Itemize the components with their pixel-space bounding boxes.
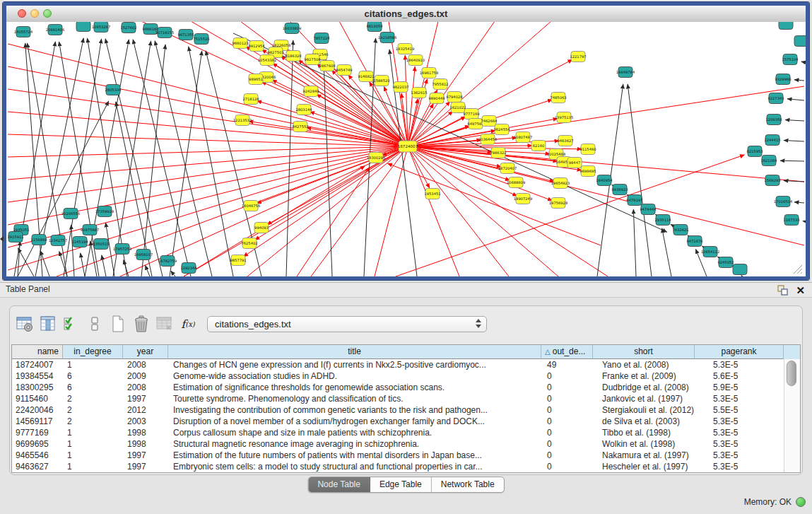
- graph-edge[interactable]: [633, 209, 636, 276]
- graph-edge[interactable]: [375, 146, 408, 276]
- graph-node-label: 9777169: [463, 112, 479, 116]
- show-columns-button[interactable]: [39, 315, 57, 333]
- memory-ok-icon[interactable]: [796, 497, 806, 507]
- graph-edge[interactable]: [317, 94, 408, 146]
- table-row[interactable]: 946554611997Estimation of the future num…: [12, 450, 784, 461]
- graph-node-label: 18226058: [272, 43, 290, 47]
- graph-node-label: 1527602: [120, 25, 136, 30]
- column-header-name[interactable]: name: [12, 345, 63, 359]
- column-header-short[interactable]: short: [593, 345, 695, 359]
- tab-network-table[interactable]: Network Table: [432, 477, 504, 492]
- zoom-window-button[interactable]: [43, 9, 52, 18]
- scrollbar-thumb[interactable]: [787, 361, 796, 386]
- table-row[interactable]: 2242004622012Investigating the contribut…: [12, 404, 784, 416]
- table-row[interactable]: 977716911998Corpus callosum shape and si…: [12, 427, 784, 438]
- graph-edge[interactable]: [408, 146, 804, 245]
- table-options-button[interactable]: [16, 315, 34, 333]
- tab-node-table[interactable]: Node Table: [308, 477, 370, 492]
- graph-edge[interactable]: [408, 146, 558, 276]
- graph-edge[interactable]: [8, 146, 408, 247]
- graph-edge[interactable]: [286, 40, 293, 276]
- graph-node[interactable]: [794, 36, 806, 47]
- cell: 5.3E-5: [695, 450, 784, 461]
- graph-edge[interactable]: [741, 275, 742, 276]
- table-row[interactable]: 1872400712008Changes of HCN gene express…: [12, 359, 784, 370]
- graph-edge[interactable]: [784, 140, 804, 141]
- column-header-label: short: [634, 346, 653, 356]
- float-panel-icon[interactable]: [777, 285, 788, 296]
- graph-edge[interactable]: [794, 80, 804, 81]
- graph-edge[interactable]: [184, 146, 408, 276]
- graph-edge[interactable]: [787, 99, 804, 100]
- tab-edge-table[interactable]: Edge Table: [370, 477, 432, 492]
- cell: Disruption of a novel member of a sodium…: [168, 416, 541, 427]
- graph-edge[interactable]: [794, 202, 804, 203]
- table-row[interactable]: 1456911722003Disruption of a novel membe…: [12, 416, 784, 427]
- network-canvas[interactable]: 9660123891295418226058982750318115468186…: [6, 22, 806, 276]
- graph-edge[interactable]: [785, 119, 804, 121]
- close-panel-icon[interactable]: ✕: [796, 283, 805, 298]
- graph-edge[interactable]: [408, 138, 517, 146]
- table-header-row: namein_degreeyeartitle△out_de...shortpag…: [12, 345, 800, 359]
- column-header-label: year: [137, 346, 153, 356]
- graph-node[interactable]: [76, 22, 90, 32]
- sort-ascending-icon: △: [545, 348, 551, 356]
- table-row[interactable]: 946362711997Embryonic stem cells: a mode…: [12, 461, 784, 472]
- column-header-title[interactable]: title: [168, 345, 541, 359]
- column-header-pagerank[interactable]: pagerank: [695, 345, 784, 359]
- table-scrollbar[interactable]: [784, 359, 800, 472]
- column-header-outde[interactable]: △out_de...: [541, 345, 593, 359]
- graph-edge[interactable]: [155, 41, 212, 276]
- window-titlebar[interactable]: citations_edges.txt: [6, 6, 806, 23]
- cell: Tourette syndrome. Phenomenology and cla…: [168, 393, 541, 404]
- table-selector-value: citations_edges.txt: [215, 319, 291, 329]
- function-builder-button[interactable]: f(x): [179, 315, 197, 333]
- table-row[interactable]: 911546021997Tourette syndrome. Phenomeno…: [12, 393, 784, 404]
- graph-node-label: 16033809: [283, 26, 301, 30]
- graph-edge[interactable]: [780, 160, 804, 161]
- table-selector-dropdown[interactable]: citations_edges.txt: [207, 316, 487, 332]
- graph-node-label: 1221797: [570, 54, 586, 59]
- graph-edge[interactable]: [396, 155, 745, 276]
- select-rows-button[interactable]: [62, 315, 81, 333]
- window-title: citations_edges.txt: [365, 8, 448, 19]
- cell: 0: [541, 404, 593, 416]
- graph-edge[interactable]: [133, 40, 191, 276]
- table-row[interactable]: 1830029562008Estimation of significance …: [12, 382, 784, 393]
- create-column-button[interactable]: [109, 315, 127, 333]
- graph-edge[interactable]: [387, 163, 601, 245]
- graph-edge[interactable]: [18, 248, 34, 276]
- graph-edge[interactable]: [233, 33, 667, 232]
- graph-edge[interactable]: [145, 265, 150, 276]
- graph-edge[interactable]: [18, 241, 20, 276]
- column-header-year[interactable]: year: [123, 345, 168, 359]
- minimize-window-button[interactable]: [30, 9, 39, 18]
- graph-node[interactable]: [779, 22, 793, 30]
- graph-edge[interactable]: [81, 253, 85, 276]
- graph-node-label: 7462664: [481, 119, 498, 123]
- delete-table-button[interactable]: [155, 315, 174, 333]
- table-row[interactable]: 1938455462009Genome-wide association stu…: [12, 370, 784, 382]
- graph-edge[interactable]: [628, 84, 652, 276]
- graph-node[interactable]: [733, 264, 747, 275]
- graph-edge[interactable]: [184, 166, 365, 276]
- graph-edge[interactable]: [323, 50, 332, 276]
- cell: 9115460: [12, 393, 63, 404]
- graph-node-label: 2935114: [654, 218, 671, 222]
- graph-node-label: 9227343: [767, 96, 784, 100]
- graph-edge[interactable]: [662, 228, 671, 276]
- graph-node-label: 1640954: [596, 178, 613, 182]
- table-row[interactable]: 969969511998Structural magnetic resonanc…: [12, 438, 784, 450]
- graph-node-label: 8454749: [336, 68, 352, 72]
- close-window-button[interactable]: [18, 9, 26, 18]
- delete-column-button[interactable]: [132, 315, 151, 333]
- graph-edge[interactable]: [801, 62, 804, 62]
- collapse-west-arrow[interactable]: [0, 236, 4, 242]
- graph-edge[interactable]: [255, 146, 408, 240]
- resize-grip[interactable]: [794, 265, 802, 274]
- graph-edge[interactable]: [243, 146, 408, 257]
- unselect-rows-button[interactable]: [86, 315, 104, 333]
- graph-edge[interactable]: [171, 271, 175, 276]
- graph-edge[interactable]: [408, 146, 509, 276]
- column-header-indegree[interactable]: in_degree: [63, 345, 123, 359]
